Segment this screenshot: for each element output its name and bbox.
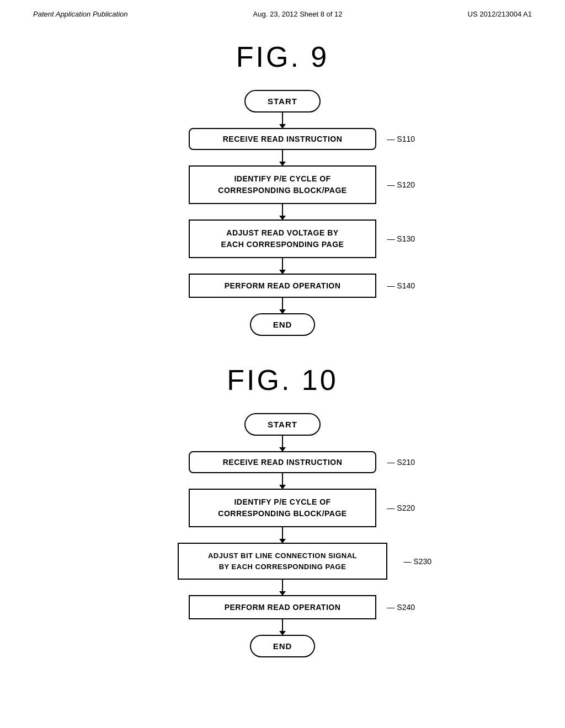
fig10-s240-row: PERFORM READ OPERATION — S240: [117, 595, 448, 619]
header-center: Aug. 23, 2012 Sheet 8 of 12: [253, 10, 343, 18]
fig10-end-row: END: [117, 635, 448, 657]
header-right: US 2012/213004 A1: [468, 10, 532, 18]
fig9-arrow-1: [282, 113, 283, 128]
fig10-title: FIG. 10: [227, 363, 338, 397]
fig9-s120-row: IDENTIFY P/E CYCLE OFCORRESPONDING BLOCK…: [117, 165, 448, 204]
fig9-s110-row: RECEIVE READ INSTRUCTION — S110: [117, 128, 448, 150]
page-content: FIG. 9 START RECEIVE READ INSTRUCTION — …: [0, 24, 565, 685]
fig9-flowchart: START RECEIVE READ INSTRUCTION — S110 ID…: [117, 90, 448, 336]
fig9-s110: RECEIVE READ INSTRUCTION: [189, 128, 376, 150]
fig10-s230-label: — S230: [403, 557, 431, 566]
fig9-start-row: START: [117, 90, 448, 113]
fig10-start-row: START: [117, 413, 448, 436]
fig9-s120: IDENTIFY P/E CYCLE OFCORRESPONDING BLOCK…: [189, 165, 376, 204]
fig10-s220-row: IDENTIFY P/E CYCLE OFCORRESPONDING BLOCK…: [117, 489, 448, 527]
fig9-s130: ADJUST READ VOLTAGE BYEACH CORRESPONDING…: [189, 220, 376, 258]
header-left: Patent Application Publication: [33, 10, 128, 18]
fig9-arrow-3: [282, 204, 283, 220]
fig10-s230: ADJUST BIT LINE CONNECTION SIGNALBY EACH…: [178, 543, 387, 580]
fig10-s210-row: RECEIVE READ INSTRUCTION — S210: [117, 451, 448, 473]
fig10-end: END: [250, 635, 316, 657]
fig10-arrow-5: [282, 619, 283, 635]
fig9-title: FIG. 9: [236, 40, 329, 73]
fig9-s120-label: — S120: [387, 180, 415, 189]
fig10-s240: PERFORM READ OPERATION: [189, 595, 376, 619]
fig10-s240-label: — S240: [387, 603, 415, 612]
page-header: Patent Application Publication Aug. 23, …: [0, 0, 565, 24]
fig9-s130-row: ADJUST READ VOLTAGE BYEACH CORRESPONDING…: [117, 220, 448, 258]
fig9-s140: PERFORM READ OPERATION: [189, 274, 376, 298]
fig10-s220-label: — S220: [387, 504, 415, 512]
fig9-end-row: END: [117, 313, 448, 336]
fig10-s210: RECEIVE READ INSTRUCTION: [189, 451, 376, 473]
fig10-s220: IDENTIFY P/E CYCLE OFCORRESPONDING BLOCK…: [189, 489, 376, 527]
fig10-flowchart: START RECEIVE READ INSTRUCTION — S210 ID…: [117, 413, 448, 657]
fig9-arrow-2: [282, 150, 283, 165]
fig9-end: END: [250, 313, 316, 336]
fig9-arrow-5: [282, 298, 283, 313]
fig10-s230-row: ADJUST BIT LINE CONNECTION SIGNALBY EACH…: [117, 543, 448, 580]
fig9-s140-label: — S140: [387, 281, 415, 290]
fig9-s130-label: — S130: [387, 234, 415, 243]
fig9-s110-label: — S110: [387, 135, 415, 143]
fig10-arrow-2: [282, 473, 283, 489]
fig10-start: START: [244, 413, 321, 436]
fig10-arrow-1: [282, 436, 283, 451]
fig10-arrow-4: [282, 580, 283, 595]
fig9-s140-row: PERFORM READ OPERATION — S140: [117, 274, 448, 298]
fig9-arrow-4: [282, 258, 283, 274]
fig10-arrow-3: [282, 527, 283, 543]
fig10-s210-label: — S210: [387, 458, 415, 467]
fig9-start: START: [244, 90, 321, 113]
